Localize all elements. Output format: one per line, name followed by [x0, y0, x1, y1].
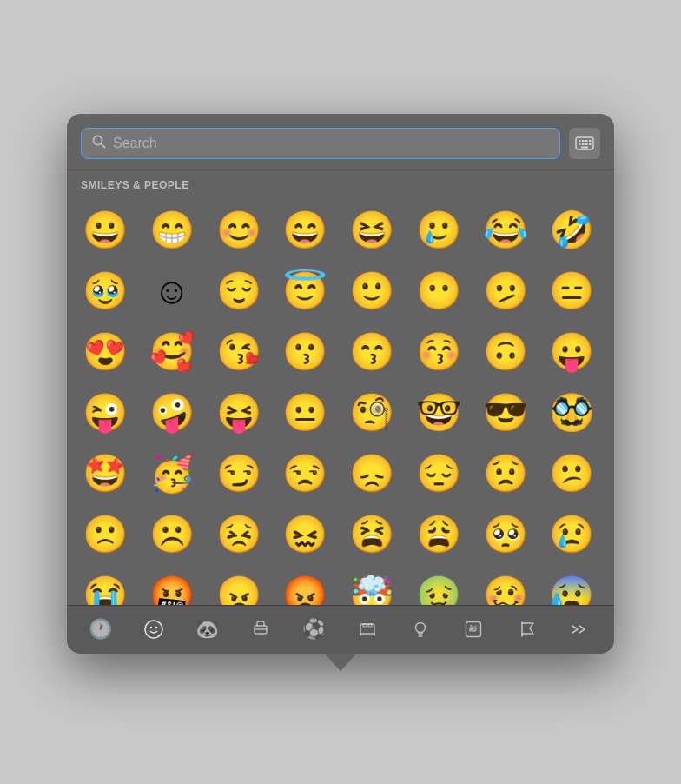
- emoji-cell[interactable]: 😄: [274, 200, 336, 261]
- emoji-cell[interactable]: 🤯: [340, 565, 403, 605]
- emoji-cell[interactable]: 😩: [407, 504, 470, 565]
- bottom-icon-recent[interactable]: 🕐: [82, 612, 120, 647]
- emoji-cell[interactable]: 😫: [340, 504, 403, 565]
- emoji-scroll-area[interactable]: SMILEYS & PEOPLE 😀😁😊😄😆🥲😂🤣🥹☺️😌😇🙂😶🫤😑😍🥰😘😗😙😚…: [67, 170, 614, 605]
- svg-rect-3: [579, 140, 581, 142]
- search-input[interactable]: [113, 136, 549, 151]
- emoji-cell[interactable]: 😠: [208, 565, 270, 605]
- svg-rect-5: [585, 140, 588, 142]
- emoji-cell[interactable]: 😟: [474, 443, 537, 504]
- emoji-cell[interactable]: 😢: [540, 504, 603, 565]
- emoji-cell[interactable]: 😶: [407, 261, 470, 322]
- emoji-cell[interactable]: 🤪: [141, 382, 203, 443]
- emoji-cell[interactable]: 😝: [208, 382, 270, 443]
- search-icon: [92, 135, 106, 152]
- emoji-cell[interactable]: 😡: [274, 565, 336, 605]
- emoji-cell[interactable]: 😰: [540, 565, 603, 605]
- emoji-cell[interactable]: 😗: [274, 322, 336, 382]
- svg-line-1: [102, 143, 105, 147]
- bottom-icon-symbols[interactable]: ⁂ &$: [454, 612, 493, 647]
- search-area: [67, 114, 614, 170]
- category-label: SMILEYS & PEOPLE: [67, 170, 614, 196]
- bottom-icon-more[interactable]: [561, 612, 599, 647]
- svg-point-14: [155, 627, 157, 628]
- svg-rect-8: [582, 143, 585, 145]
- emoji-cell[interactable]: 🤩: [74, 443, 136, 504]
- svg-text:&$: &$: [469, 625, 478, 633]
- emoji-cell[interactable]: 🥹: [74, 261, 136, 322]
- emoji-cell[interactable]: ☹️: [141, 504, 203, 565]
- emoji-cell[interactable]: 🥰: [141, 322, 203, 382]
- emoji-cell[interactable]: 😙: [340, 322, 403, 382]
- emoji-cell[interactable]: 😕: [540, 443, 603, 504]
- emoji-cell[interactable]: 🫤: [474, 261, 537, 322]
- emoji-cell[interactable]: 🙂: [340, 261, 403, 322]
- emoji-cell[interactable]: 😔: [407, 443, 470, 504]
- emoji-grid: 😀😁😊😄😆🥲😂🤣🥹☺️😌😇🙂😶🫤😑😍🥰😘😗😙😚🙃😛😜🤪😝😐🧐🤓😎🥸🤩🥳😏😒😞😔😟…: [67, 196, 614, 605]
- bottom-icon-food[interactable]: [241, 612, 280, 647]
- svg-rect-11: [581, 146, 588, 148]
- svg-rect-9: [585, 143, 588, 145]
- emoji-cell[interactable]: 😆: [340, 200, 403, 261]
- svg-rect-19: [368, 624, 372, 627]
- emoji-cell[interactable]: 😀: [74, 200, 136, 261]
- bottom-bar: 🕐 🐼 ⚽: [67, 605, 614, 654]
- emoji-picker: SMILEYS & PEOPLE 😀😁😊😄😆🥲😂🤣🥹☺️😌😇🙂😶🫤😑😍🥰😘😗😙😚…: [67, 114, 614, 671]
- emoji-cell[interactable]: 🧐: [340, 382, 403, 443]
- emoji-cell[interactable]: 🤢: [407, 565, 470, 605]
- emoji-cell[interactable]: 😐: [274, 382, 336, 443]
- emoji-cell[interactable]: 🙃: [474, 322, 537, 382]
- picker-panel: SMILEYS & PEOPLE 😀😁😊😄😆🥲😂🤣🥹☺️😌😇🙂😶🫤😑😍🥰😘😗😙😚…: [67, 114, 614, 654]
- emoji-cell[interactable]: 😚: [407, 322, 470, 382]
- svg-rect-10: [589, 143, 592, 145]
- emoji-cell[interactable]: 🙁: [74, 504, 136, 565]
- bottom-icon-flags[interactable]: [508, 612, 546, 647]
- search-wrapper: [81, 128, 560, 159]
- emoji-cell[interactable]: 😂: [474, 200, 537, 261]
- emoji-cell[interactable]: 🤣: [540, 200, 603, 261]
- svg-point-22: [416, 623, 426, 633]
- emoji-cell[interactable]: 🤓: [407, 382, 470, 443]
- emoji-cell[interactable]: 😁: [141, 200, 203, 261]
- svg-rect-6: [589, 140, 592, 142]
- emoji-cell[interactable]: 🥳: [141, 443, 203, 504]
- emoji-cell[interactable]: 😣: [208, 504, 270, 565]
- svg-rect-17: [360, 624, 374, 634]
- emoji-cell[interactable]: ☺️: [141, 261, 203, 322]
- emoji-cell[interactable]: 😇: [274, 261, 336, 322]
- emoji-cell[interactable]: 🥸: [540, 382, 603, 443]
- emoji-cell[interactable]: 😛: [540, 322, 603, 382]
- callout-arrow: [325, 654, 356, 671]
- bottom-icon-smileys[interactable]: [135, 612, 173, 647]
- bottom-icon-objects[interactable]: [401, 612, 440, 647]
- emoji-cell[interactable]: 😊: [208, 200, 270, 261]
- emoji-cell[interactable]: 😏: [208, 443, 270, 504]
- bottom-icon-animals[interactable]: 🐼: [188, 612, 226, 647]
- emoji-cell[interactable]: 😍: [74, 322, 136, 382]
- emoji-cell[interactable]: 🥴: [474, 565, 537, 605]
- emoji-cell[interactable]: 🥲: [407, 200, 470, 261]
- svg-point-13: [150, 627, 152, 628]
- emoji-cell[interactable]: 🤬: [141, 565, 203, 605]
- emoji-cell[interactable]: 😖: [274, 504, 336, 565]
- keyboard-button[interactable]: [569, 128, 600, 159]
- svg-rect-4: [582, 140, 585, 142]
- emoji-cell[interactable]: 😜: [74, 382, 136, 443]
- emoji-cell[interactable]: 😞: [340, 443, 403, 504]
- emoji-cell[interactable]: 😎: [474, 382, 537, 443]
- emoji-cell[interactable]: 🥺: [474, 504, 537, 565]
- bottom-icon-activity[interactable]: ⚽: [294, 612, 333, 647]
- emoji-cell[interactable]: 😭: [74, 565, 136, 605]
- svg-point-12: [145, 621, 162, 638]
- emoji-cell[interactable]: 😒: [274, 443, 336, 504]
- emoji-cell[interactable]: 😌: [208, 261, 270, 322]
- emoji-cell[interactable]: 😑: [540, 261, 603, 322]
- emoji-cell[interactable]: 😘: [208, 322, 270, 382]
- bottom-icon-travel[interactable]: [348, 612, 387, 647]
- svg-rect-7: [579, 143, 581, 145]
- svg-rect-18: [363, 624, 367, 627]
